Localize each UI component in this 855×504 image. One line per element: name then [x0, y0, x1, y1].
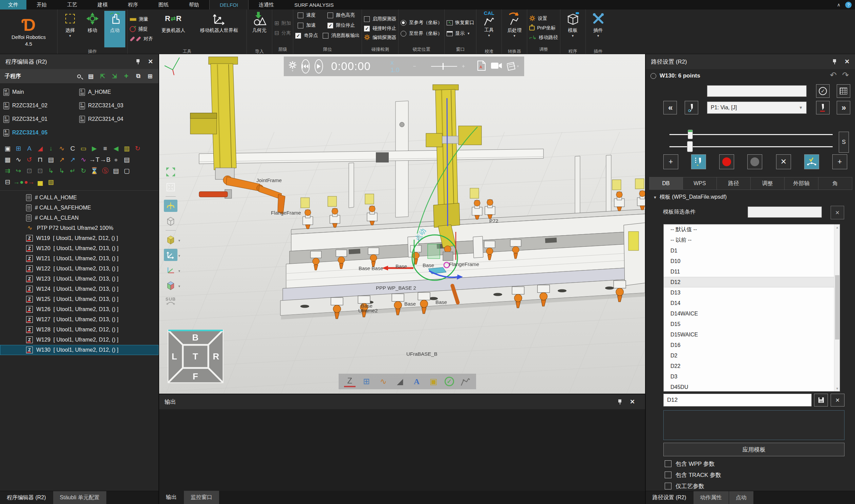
continue-path-icon[interactable]: C	[68, 144, 77, 153]
zoom-selected-icon[interactable]	[164, 181, 177, 193]
statement-row[interactable]: W128 [ Utool1, Uframe2, D12, () ]	[0, 325, 159, 335]
template-list-item[interactable]: D14WAICE	[664, 308, 834, 319]
film-export-icon[interactable]: ▼	[507, 62, 519, 71]
disabled-dot-icon[interactable]: ●	[111, 155, 121, 164]
statement-row[interactable]: W121 [ Utool1, Uframe2, D13, () ]	[0, 253, 159, 264]
limit-checkbox[interactable]: ✓ 加速	[298, 21, 316, 30]
print-icon[interactable]: ⊟	[3, 177, 13, 187]
paste-after-icon[interactable]: ⊡	[35, 166, 45, 176]
path-range-slider[interactable]	[670, 146, 833, 147]
controller-icon[interactable]: ≡	[100, 144, 110, 153]
pin-icon[interactable]	[136, 59, 141, 64]
auto-label-icon[interactable]: A	[24, 144, 34, 153]
template-list-item[interactable]: D22	[664, 361, 834, 371]
jog-button[interactable]: 点动	[104, 11, 125, 48]
settings-tab[interactable]: 路径	[717, 177, 751, 190]
geometry-button[interactable]: 几何元	[249, 11, 270, 48]
assign-icon[interactable]: ⇉	[3, 166, 13, 176]
axis-display-icon[interactable]: ▼	[164, 264, 177, 276]
subprogram-item[interactable]: S R2ZC3214_02	[3, 100, 79, 112]
menu-tab[interactable]: 图纸	[148, 0, 179, 10]
output-tab[interactable]: 输出	[159, 491, 184, 504]
tool-to-point-button[interactable]	[816, 101, 830, 114]
settings-tab[interactable]: WPS	[683, 177, 717, 190]
subprogram-item[interactable]: M Main	[3, 86, 79, 98]
template-section-header[interactable]: ▼ 模板 (WPS_DataFile.wpsdf)	[653, 194, 727, 201]
scroll-down-icon[interactable]: ▼	[834, 385, 840, 391]
multi-view-cube-icon[interactable]: ▼	[164, 279, 177, 291]
left-bottom-tab[interactable]: Stäubli 单元配置	[53, 491, 107, 504]
template-list-item[interactable]: D16	[664, 340, 834, 350]
template-list-item[interactable]: D13	[664, 287, 834, 298]
cycle-check-icon[interactable]: ↻	[133, 144, 143, 153]
template-list-item[interactable]: D12	[664, 277, 834, 287]
path-points-icon[interactable]: ∿	[377, 376, 389, 387]
statement-row[interactable]: # CALL A_SAFEHOME	[0, 203, 159, 213]
pin-icon[interactable]	[832, 59, 837, 64]
restore-windows-button[interactable]: ↖ 恢复窗口	[447, 19, 474, 27]
template-list-item[interactable]: D3	[664, 371, 834, 382]
left-bottom-tab[interactable]: 程序编辑器 (R2)	[0, 491, 53, 504]
grid-icon[interactable]: ▦	[3, 155, 13, 164]
speed-minus-icon[interactable]: −	[413, 63, 416, 69]
paste-before-icon[interactable]: ⊡	[24, 166, 34, 176]
swap-robot-button[interactable]: R⇄R 更换机器人	[157, 11, 190, 48]
frame-select-icon[interactable]: ▭	[78, 144, 88, 153]
annotation-icon[interactable]: A	[411, 376, 423, 387]
wait-icon[interactable]: ⌛	[89, 166, 99, 176]
select-button[interactable]: 选择 ▼	[59, 11, 81, 48]
right-bottom-tab[interactable]: 路径设置 (R2)	[646, 491, 694, 504]
calibration-tool-button[interactable]: CAL 工具 ▼	[479, 11, 499, 48]
statement-row[interactable]: W130 [ Utool1, Uframe2, D12, () ]	[0, 345, 159, 355]
pin-icon[interactable]	[618, 399, 622, 404]
weld-record-icon[interactable]: ▣	[3, 144, 13, 153]
help-icon[interactable]: ?	[845, 2, 852, 8]
menu-tab[interactable]: DELFOI	[209, 0, 249, 10]
settings-tab[interactable]: 调整	[751, 177, 785, 190]
to-base-icon[interactable]: →B	[100, 155, 110, 164]
branch-if-icon[interactable]: ↳	[46, 166, 56, 176]
snap-button[interactable]: ↗ 捕捉	[130, 25, 153, 33]
search-icon[interactable]	[75, 72, 83, 80]
limit-checkbox[interactable]: ✓ 颜色高亮	[327, 11, 355, 20]
collision-checkbox[interactable]: ✓ 碰撞时停止	[364, 24, 396, 33]
lock-position-radio[interactable]: 至参考（坐标）	[400, 18, 442, 27]
menu-tab[interactable]: SURF ANALYSIS	[284, 0, 344, 10]
record-video-icon[interactable]	[491, 61, 502, 71]
stats-chart-icon[interactable]: ▅	[35, 177, 45, 187]
template-list-item[interactable]: -- 默认值 --	[664, 224, 834, 235]
statement-row[interactable]: W129 [ Utool1, Uframe2, D12, () ]	[0, 335, 159, 345]
subprogram-item[interactable]: S R2ZC3214_01	[3, 113, 79, 125]
limit-checkbox[interactable]: ✓ 消息面板输出	[323, 31, 360, 40]
statement-row[interactable]: W124 [ Utool1, Uframe2, D13, () ]	[0, 284, 159, 294]
signal-out-icon[interactable]: ●→	[24, 177, 34, 187]
solid-cube-icon[interactable]: ▼	[164, 234, 177, 246]
comment-icon[interactable]: ▢	[122, 166, 132, 176]
statement-row[interactable]: # CALL A_CLEAN	[0, 213, 159, 223]
speed-slider[interactable]	[431, 63, 457, 70]
move-path-button[interactable]: ⌐↳ 移动路径	[529, 34, 558, 42]
template-list-item[interactable]: D15WAICE	[664, 329, 834, 340]
postprocess-button[interactable]: 后处理 ▼	[504, 11, 525, 48]
move-robot-world-frame-button[interactable]: 移动机器人世界框	[194, 11, 245, 48]
menu-tab[interactable]: 连通性	[249, 0, 284, 10]
lock-position-radio[interactable]: 至世界（坐标）	[400, 29, 442, 38]
next-point-button[interactable]: »	[837, 101, 850, 114]
settings-button[interactable]: 设置	[529, 15, 547, 23]
path-radio-icon[interactable]	[651, 73, 656, 79]
simulate-back-icon[interactable]: ◀	[111, 144, 121, 153]
menu-tab[interactable]: 文件	[0, 0, 26, 10]
checklist-icon[interactable]: ▤	[87, 72, 94, 80]
delete-template-button[interactable]: ✕	[831, 394, 844, 407]
sub-path-icon[interactable]: SUB	[164, 294, 177, 307]
move-button[interactable]: 移动	[82, 11, 103, 48]
template-list-item[interactable]: D45DU	[664, 382, 834, 392]
simulate-play-icon[interactable]: ▶	[89, 144, 99, 153]
spiral-icon[interactable]: ↺	[24, 155, 34, 164]
statement-row[interactable]: W127 [ Utool1, Uframe2, D13, () ]	[0, 314, 159, 325]
listbox-scrollbar[interactable]: ▲ ▼	[834, 224, 840, 391]
statement-row[interactable]: W125 [ Utool1, Uframe2, D13, () ]	[0, 294, 159, 304]
move-tool-to-point-button[interactable]	[691, 154, 706, 169]
signal-in-icon[interactable]: →●	[14, 177, 23, 187]
template-name-input[interactable]	[663, 394, 812, 407]
